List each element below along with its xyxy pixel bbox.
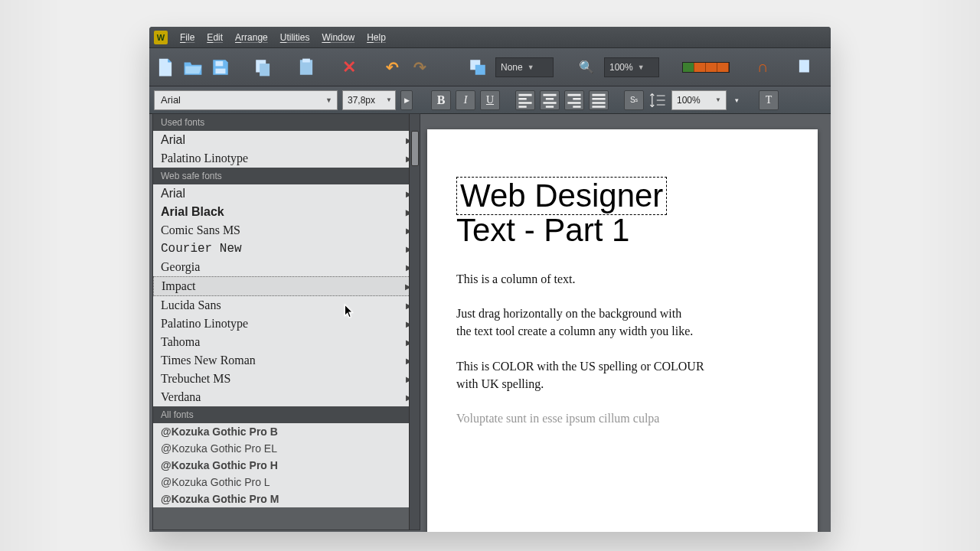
font-option[interactable]: Arial Black▶ <box>153 203 420 221</box>
section-web-safe: Web safe fonts <box>153 168 420 184</box>
menu-utilities[interactable]: Utilities <box>274 32 316 43</box>
more-icon[interactable] <box>795 57 815 77</box>
italic-button[interactable]: I <box>456 90 475 110</box>
text-tool-icon[interactable]: T <box>759 90 779 110</box>
quality-indicator[interactable] <box>682 62 730 73</box>
chevron-down-icon: ▼ <box>715 96 721 103</box>
cursor-icon <box>343 304 355 319</box>
menu-help[interactable]: Help <box>361 32 392 43</box>
redo-icon[interactable]: ↷ <box>410 57 430 77</box>
font-option[interactable]: Palatino Linotype▶ <box>153 315 420 333</box>
body-paragraph[interactable]: This is a column of text. <box>456 270 724 288</box>
copy-icon[interactable] <box>253 57 273 77</box>
section-all-fonts: All fonts <box>153 406 420 423</box>
align-right-button[interactable] <box>564 90 584 110</box>
font-option[interactable]: Verdana▶ <box>153 388 420 406</box>
font-option[interactable]: @Kozuka Gothic Pro L <box>153 474 420 491</box>
svg-rect-0 <box>216 60 224 66</box>
align-left-button[interactable] <box>515 90 535 110</box>
menu-arrange[interactable]: Arrange <box>229 32 274 43</box>
body-paragraph[interactable]: Just drag horizontally on the background… <box>456 305 724 340</box>
font-option[interactable]: Courier New▶ <box>153 240 420 258</box>
zoom-combo[interactable]: 100% ▼ <box>604 57 659 77</box>
text-toolbar: Arial ▼ 37,8px ▼ ▶ B I U Ss 100% ▼ ▾ T <box>149 86 831 114</box>
font-name-combo[interactable]: Arial ▼ <box>154 90 338 110</box>
font-size-value: 37,8px <box>348 95 375 106</box>
svg-rect-5 <box>302 58 310 62</box>
line-height-combo[interactable]: 100% ▼ <box>671 90 727 110</box>
body-paragraph[interactable]: This is COLOR with the US spelling or CO… <box>456 357 724 393</box>
font-option[interactable]: Palatino Linotype▶ <box>153 149 420 168</box>
section-used-fonts: Used fonts <box>153 114 420 131</box>
font-option[interactable]: Georgia▶ <box>153 258 420 276</box>
save-icon[interactable] <box>211 57 230 77</box>
font-option[interactable]: Tahoma▶ <box>153 333 420 351</box>
snap-icon[interactable]: ∩ <box>753 57 773 77</box>
menu-file[interactable]: File <box>174 32 201 43</box>
chevron-down-icon: ▼ <box>386 96 392 103</box>
font-option[interactable]: Impact▶ <box>153 276 420 296</box>
font-size-combo[interactable]: 37,8px ▼ <box>342 90 396 110</box>
zoom-value: 100% <box>609 62 633 73</box>
font-option[interactable]: Times New Roman▶ <box>153 351 420 370</box>
size-step-button[interactable]: ▶ <box>400 90 413 110</box>
font-option[interactable]: @Kozuka Gothic Pro M <box>153 491 420 507</box>
new-doc-icon[interactable] <box>155 57 175 77</box>
svg-rect-7 <box>475 64 485 74</box>
font-name-value: Arial <box>161 94 181 106</box>
zoom-icon[interactable]: 🔍 <box>577 57 596 77</box>
open-icon[interactable] <box>183 57 203 77</box>
menubar: W File Edit Arrange Utilities Window Hel… <box>149 27 831 48</box>
app-window: W File Edit Arrange Utilities Window Hel… <box>149 27 831 532</box>
line-height-icon <box>648 91 667 109</box>
font-option[interactable]: Trebuchet MS▶ <box>153 370 420 388</box>
font-option[interactable]: Comic Sans MS▶ <box>153 221 420 240</box>
page: Web Designer Text - Part 1 This is a col… <box>427 129 818 532</box>
paste-icon[interactable] <box>296 57 316 77</box>
layers-icon[interactable] <box>468 57 488 77</box>
font-option[interactable]: @Kozuka Gothic Pro B <box>153 423 420 440</box>
view-mode-combo[interactable]: None ▼ <box>495 57 554 77</box>
underline-button[interactable]: U <box>480 90 500 110</box>
svg-rect-8 <box>799 60 809 72</box>
body-paragraph[interactable]: Voluptate sunt in esse ipsum cillum culp… <box>456 409 724 427</box>
align-center-button[interactable] <box>540 90 560 110</box>
font-option[interactable]: Arial▶ <box>153 184 420 203</box>
main-toolbar: ✕ ↶ ↷ None ▼ 🔍 100% ▼ ∩ <box>149 48 831 86</box>
svg-rect-3 <box>260 64 270 76</box>
subheading[interactable]: Text - Part 1 <box>456 212 789 249</box>
font-dropdown[interactable]: Used fonts Arial▶Palatino Linotype▶ Web … <box>152 113 420 530</box>
app-logo: W <box>154 31 168 44</box>
font-option[interactable]: @Kozuka Gothic Pro H <box>153 457 420 474</box>
undo-icon[interactable]: ↶ <box>382 57 402 77</box>
font-option[interactable]: @Kozuka Gothic Pro EL <box>153 440 420 457</box>
bold-button[interactable]: B <box>431 90 451 110</box>
svg-rect-1 <box>216 68 226 73</box>
font-option[interactable]: Arial▶ <box>153 131 420 149</box>
heading-selected[interactable]: Web Designer <box>456 177 667 215</box>
chevron-down-icon: ▼ <box>638 64 645 71</box>
view-mode-value: None <box>501 62 523 73</box>
delete-icon[interactable]: ✕ <box>339 57 359 77</box>
chevron-down-icon: ▼ <box>528 64 534 71</box>
scrollbar-thumb[interactable] <box>411 131 419 166</box>
scrollbar[interactable] <box>409 114 420 530</box>
line-height-step[interactable]: ▾ <box>731 90 742 110</box>
chevron-down-icon: ▼ <box>325 96 332 104</box>
font-option[interactable]: Lucida Sans▶ <box>153 296 420 315</box>
menu-window[interactable]: Window <box>315 32 361 43</box>
superscript-button[interactable]: Ss <box>624 90 644 110</box>
menu-edit[interactable]: Edit <box>201 32 229 43</box>
line-height-value: 100% <box>677 95 701 106</box>
align-justify-button[interactable] <box>589 90 609 110</box>
